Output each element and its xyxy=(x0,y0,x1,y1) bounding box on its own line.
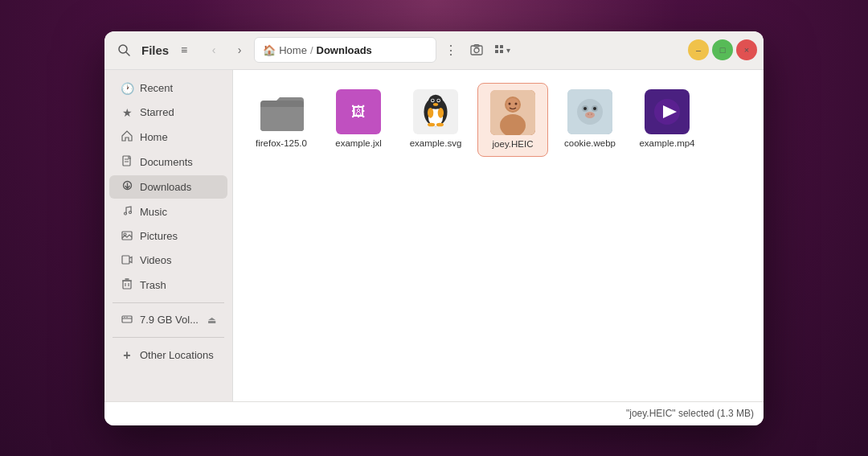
svg-point-26 xyxy=(124,316,125,317)
window-controls: – □ × xyxy=(688,39,757,60)
svg-point-54 xyxy=(585,112,595,118)
downloads-icon xyxy=(121,180,133,194)
sidebar-label-other-locations: Other Locations xyxy=(140,349,214,361)
svg-rect-19 xyxy=(123,281,131,289)
sidebar: 🕐 Recent ★ Starred Home xyxy=(104,70,233,401)
file-name-svg: example.svg xyxy=(410,138,462,150)
sidebar-item-starred[interactable]: ★ Starred xyxy=(109,101,227,124)
videos-icon xyxy=(121,254,133,267)
svg-point-53 xyxy=(593,107,596,110)
status-bar: "joey.HEIC" selected (1.3 MB) xyxy=(104,401,764,425)
file-name-jxl: example.jxl xyxy=(335,138,382,150)
svg-text:🖼: 🖼 xyxy=(351,104,366,120)
heic-icon xyxy=(490,90,535,135)
file-name-webp: cookie.webp xyxy=(564,138,616,150)
file-item-firefox[interactable]: firefox-125.0 xyxy=(246,83,317,158)
other-locations-icon: + xyxy=(121,348,133,363)
svg-line-1 xyxy=(126,52,129,55)
svg-rect-18 xyxy=(122,256,129,264)
breadcrumb-home-link[interactable]: Home xyxy=(279,44,307,56)
file-item-webp[interactable]: cookie.webp xyxy=(555,83,625,158)
file-name-firefox: firefox-125.0 xyxy=(256,138,307,150)
app-title: Files xyxy=(141,43,169,57)
sidebar-item-recent[interactable]: 🕐 Recent xyxy=(109,77,227,100)
minimize-button[interactable]: – xyxy=(688,39,709,60)
svg-point-3 xyxy=(474,48,479,53)
svg-point-40 xyxy=(428,122,435,126)
breadcrumb-home-icon: 🏠 xyxy=(263,44,276,56)
content-area: 🕐 Recent ★ Starred Home xyxy=(104,70,764,401)
file-item-svg[interactable]: example.svg xyxy=(400,83,471,158)
svg-point-15 xyxy=(129,211,131,213)
sidebar-label-pictures: Pictures xyxy=(140,230,178,242)
sidebar-item-documents[interactable]: Documents xyxy=(109,150,227,174)
home-icon xyxy=(121,130,133,144)
documents-icon xyxy=(121,155,133,169)
sidebar-label-volume: 7.9 GB Vol... xyxy=(140,314,199,326)
sidebar-divider-2 xyxy=(113,337,224,338)
sidebar-label-documents: Documents xyxy=(140,156,193,168)
search-button[interactable] xyxy=(111,37,137,63)
more-options-button[interactable]: ⋮ xyxy=(440,39,462,61)
breadcrumb: 🏠 Home / Downloads xyxy=(254,37,436,63)
sidebar-label-home: Home xyxy=(140,131,168,143)
sidebar-item-volume[interactable]: 7.9 GB Vol... ⏏ xyxy=(109,309,227,331)
svg-point-37 xyxy=(433,103,438,106)
volume-icon xyxy=(121,314,133,327)
sidebar-label-videos: Videos xyxy=(140,254,172,266)
webp-icon xyxy=(567,89,612,134)
file-item-jxl[interactable]: 🖼 example.jxl xyxy=(323,83,394,158)
svg-rect-7 xyxy=(495,50,498,53)
svg-point-41 xyxy=(436,122,444,126)
nav-back-button[interactable]: ‹ xyxy=(203,39,225,61)
svg-point-47 xyxy=(515,102,518,105)
jxl-icon: 🖼 xyxy=(336,89,381,134)
file-item-heic[interactable]: joey.HEIC xyxy=(477,83,548,158)
sidebar-item-videos[interactable]: Videos xyxy=(109,249,227,272)
starred-icon: ★ xyxy=(121,106,133,119)
svg-rect-9 xyxy=(123,156,130,166)
trash-icon xyxy=(121,278,133,292)
new-folder-button[interactable] xyxy=(465,39,488,61)
sidebar-label-music: Music xyxy=(140,206,167,218)
sidebar-item-music[interactable]: Music xyxy=(109,200,227,224)
sidebar-label-recent: Recent xyxy=(140,82,173,94)
close-button[interactable]: × xyxy=(736,39,757,60)
breadcrumb-current: Downloads xyxy=(317,44,372,56)
svg-point-52 xyxy=(583,107,587,110)
svg-icon xyxy=(413,89,458,134)
folder-icon xyxy=(259,89,304,134)
app-menu-button[interactable]: ≡ xyxy=(172,38,196,62)
sidebar-item-downloads[interactable]: Downloads xyxy=(109,175,227,199)
svg-point-46 xyxy=(509,102,511,105)
svg-point-27 xyxy=(126,316,127,317)
svg-rect-2 xyxy=(471,46,482,55)
sidebar-item-home[interactable]: Home xyxy=(109,125,227,149)
breadcrumb-separator: / xyxy=(310,44,313,56)
svg-point-32 xyxy=(428,94,443,109)
file-manager-window: Files ≡ ‹ › 🏠 Home / Downloads ⋮ xyxy=(104,31,764,425)
sidebar-item-other-locations[interactable]: + Other Locations xyxy=(109,343,227,368)
svg-rect-5 xyxy=(495,45,498,48)
file-item-mp4[interactable]: example.mp4 xyxy=(632,83,702,158)
svg-point-39 xyxy=(438,108,444,118)
status-text: "joey.HEIC" selected (1.3 MB) xyxy=(626,408,754,419)
sidebar-item-trash[interactable]: Trash xyxy=(109,273,227,297)
file-name-heic: joey.HEIC xyxy=(493,138,534,150)
view-toggle-button[interactable]: ▾ xyxy=(491,39,514,61)
nav-forward-button[interactable]: › xyxy=(228,39,251,61)
sidebar-item-pictures[interactable]: Pictures xyxy=(109,225,227,248)
top-bar: Files ≡ ‹ › 🏠 Home / Downloads ⋮ xyxy=(104,31,764,70)
recent-icon: 🕐 xyxy=(121,82,133,95)
eject-icon[interactable]: ⏏ xyxy=(207,314,216,326)
svg-point-14 xyxy=(124,212,126,215)
sidebar-label-trash: Trash xyxy=(140,279,166,291)
music-icon xyxy=(121,205,133,219)
svg-point-36 xyxy=(437,99,440,101)
file-grid: firefox-125.0 🖼 example.jxl xyxy=(246,83,751,158)
svg-rect-8 xyxy=(500,50,503,53)
maximize-button[interactable]: □ xyxy=(712,39,733,60)
svg-point-38 xyxy=(428,108,433,118)
svg-rect-6 xyxy=(500,45,503,48)
pictures-icon xyxy=(121,230,133,243)
